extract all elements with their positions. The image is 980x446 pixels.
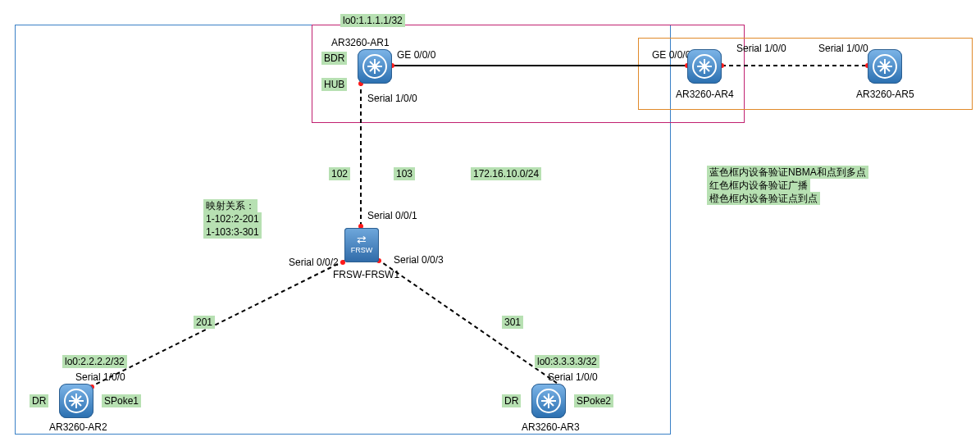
- ar1-role-hub: HUB: [321, 78, 347, 91]
- ar3-name: AR3260-AR3: [522, 421, 580, 433]
- router-ar5[interactable]: [868, 49, 902, 84]
- dlci-201: 201: [194, 316, 215, 329]
- ar2-name: AR3260-AR2: [49, 421, 107, 433]
- ar1-port-ser: Serial 1/0/0: [367, 93, 417, 104]
- ar4-name: AR3260-AR4: [676, 89, 734, 100]
- ar5-port-ser: Serial 1/0/0: [818, 43, 868, 54]
- mapping-title: 映射关系：: [203, 199, 258, 212]
- ar1-role-bdr: BDR: [321, 52, 347, 65]
- legend-line3: 橙色框内设备验证点到点: [707, 192, 820, 205]
- dlci-301: 301: [502, 316, 523, 329]
- switch-frsw1[interactable]: ⇄FRSW: [344, 228, 379, 262]
- ar3-port-ser: Serial 1/0/0: [548, 371, 598, 383]
- frsw-name: FRSW-FRSW1: [333, 269, 399, 280]
- ar2-port-ser: Serial 1/0/0: [75, 371, 125, 383]
- mapping-line1: 1-102:2-201: [203, 212, 262, 225]
- router-ar1[interactable]: [358, 49, 392, 84]
- legend-line2: 红色框内设备验证广播: [707, 179, 810, 192]
- ar1-port-ge: GE 0/0/0: [397, 49, 435, 61]
- frsw-port-s1: Serial 0/0/1: [367, 210, 417, 221]
- ar3-role-dr: DR: [502, 394, 521, 407]
- dlci-102: 102: [329, 167, 350, 180]
- frsw-port-s2: Serial 0/0/2: [289, 257, 339, 268]
- ar1-loopback: lo0:1.1.1.1/32: [340, 14, 405, 27]
- mapping-line2: 1-103:3-301: [203, 225, 262, 239]
- legend-line1: 蓝色框内设备验证NBMA和点到多点: [707, 166, 868, 179]
- subnet-label: 172.16.10.0/24: [471, 167, 541, 180]
- ar2-role-dr: DR: [30, 394, 48, 407]
- ar5-name: AR3260-AR5: [856, 89, 914, 100]
- ar2-loopback: lo0:2.2.2.2/32: [62, 355, 127, 368]
- frsw-port-s3: Serial 0/0/3: [394, 254, 444, 266]
- ar3-loopback: lo0:3.3.3.3/32: [535, 355, 599, 368]
- ar4-port-ge: GE 0/0/0: [652, 49, 691, 61]
- ar4-port-ser: Serial 1/0/0: [736, 43, 786, 54]
- ar1-name: AR3260-AR1: [331, 37, 390, 48]
- ar2-role-spoke1: SPoke1: [102, 394, 141, 407]
- router-ar4[interactable]: [687, 49, 722, 84]
- dlci-103: 103: [394, 167, 415, 180]
- router-ar2[interactable]: [59, 384, 93, 418]
- router-ar3[interactable]: [531, 384, 566, 418]
- ar3-role-spoke2: SPoke2: [574, 394, 613, 407]
